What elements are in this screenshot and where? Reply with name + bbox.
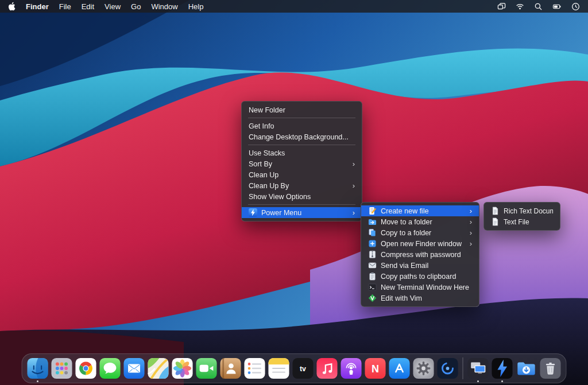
new-file-icon: [368, 207, 377, 215]
menu-item-show-view-options[interactable]: Show View Options: [242, 191, 362, 202]
dock: tvN: [22, 353, 567, 383]
dock-icon-launchpad[interactable]: [51, 357, 73, 379]
dock-icon-finder[interactable]: [27, 357, 49, 379]
menu-item-label: Copy paths to clipboard: [381, 273, 472, 281]
menu-item-open-new-finder-window[interactable]: Open new Finder window›: [361, 238, 479, 249]
dock-icon-mail[interactable]: [123, 357, 145, 379]
window-tile-icon[interactable]: [497, 2, 506, 11]
menu-item-clean-up-by[interactable]: Clean Up By›: [242, 180, 362, 191]
svg-text:N: N: [372, 363, 379, 375]
dock-icon-power-menu-app[interactable]: [492, 357, 513, 379]
apple-menu[interactable]: [8, 2, 16, 11]
chevron-right-icon: ›: [466, 218, 472, 225]
menu-item-copy-to-a-folder[interactable]: Copy to a folder›: [361, 227, 479, 238]
menu-separator: [248, 204, 355, 205]
menu-bar-items: FileEditViewGoWindowHelp: [59, 2, 204, 11]
menu-item-label: Get Info: [249, 122, 355, 130]
dock-icon-system-preferences[interactable]: [413, 357, 435, 379]
menu-item-change-desktop-background[interactable]: Change Desktop Background...: [242, 131, 362, 142]
create-new-file-submenu: Rich Text DocumentText File: [483, 202, 560, 231]
dock-icon-downloads-folder[interactable]: [516, 357, 537, 379]
menu-bar: Finder FileEditViewGoWindowHelp: [0, 0, 588, 13]
menu-item-move-to-a-folder[interactable]: Move to a folder›: [361, 216, 479, 227]
battery-icon[interactable]: [552, 2, 562, 11]
menu-bar-item-view[interactable]: View: [105, 2, 121, 11]
chevron-right-icon: ›: [349, 209, 355, 216]
menu-item-power-menu[interactable]: Power Menu›: [242, 207, 362, 218]
search-icon[interactable]: [534, 2, 543, 11]
text-doc-icon: [491, 217, 500, 226]
clock-icon[interactable]: [571, 2, 580, 11]
dock-icon-blue-swirl-app[interactable]: [437, 357, 459, 379]
menu-item-new-terminal-window-here[interactable]: New Terminal Window Here: [361, 282, 479, 293]
dock-icon-messages[interactable]: [99, 357, 121, 379]
send-email-icon: [368, 261, 377, 270]
menu-item-label: Rich Text Document: [504, 207, 553, 215]
dock-icon-trash[interactable]: [540, 357, 562, 379]
context-menu: New FolderGet InfoChange Desktop Backgro…: [241, 101, 362, 221]
dock-icon-chrome[interactable]: [75, 357, 97, 379]
dock-separator: [463, 357, 463, 379]
terminal-icon: [368, 283, 377, 291]
menu-item-label: Clean Up By: [249, 182, 345, 190]
menu-item-label: Move to a folder: [381, 218, 462, 226]
menu-bar-item-window[interactable]: Window: [151, 2, 177, 11]
dock-icon-photos[interactable]: [172, 357, 194, 379]
menu-item-use-stacks[interactable]: Use Stacks: [242, 147, 362, 158]
menu-bar-item-file[interactable]: File: [59, 2, 71, 11]
menu-bar-item-go[interactable]: Go: [131, 2, 141, 11]
menu-item-get-info[interactable]: Get Info: [242, 120, 362, 131]
menu-item-rich-text-document[interactable]: Rich Text Document: [484, 205, 560, 216]
menu-item-label: Open new Finder window: [381, 240, 462, 248]
dock-icon-podcasts[interactable]: [341, 357, 362, 379]
menu-bar-status-icons: [497, 2, 580, 11]
desktop[interactable]: Finder FileEditViewGoWindowHelp New Fold…: [0, 0, 588, 385]
dock-icon-music[interactable]: [316, 357, 338, 379]
running-indicator: [501, 380, 503, 382]
clipboard-icon: [368, 272, 377, 281]
dock-icon-app-store[interactable]: [389, 357, 411, 379]
menu-item-clean-up[interactable]: Clean Up: [242, 169, 362, 180]
apple-icon: [8, 2, 16, 11]
move-folder-icon: [368, 217, 377, 226]
menu-item-label: Create new file: [381, 207, 462, 215]
chevron-right-icon: ›: [349, 182, 355, 189]
menu-item-new-folder[interactable]: New Folder: [242, 104, 362, 115]
dock-icon-news[interactable]: N: [365, 357, 386, 379]
dock-icon-notes[interactable]: [268, 357, 290, 379]
dock-icon-contacts[interactable]: [220, 357, 242, 379]
chevron-right-icon: ›: [466, 207, 472, 215]
menu-item-label: Sort By: [249, 160, 345, 168]
menu-item-label: Edit with Vim: [381, 294, 472, 302]
dock-icon-displays[interactable]: [467, 357, 489, 379]
menu-bar-item-help[interactable]: Help: [188, 2, 204, 11]
chevron-right-icon: ›: [466, 240, 472, 247]
vim-icon: [368, 294, 377, 302]
menu-item-compress-with-password[interactable]: Compress with password: [361, 249, 479, 260]
chevron-right-icon: ›: [466, 229, 472, 236]
finder-window-icon: [368, 239, 377, 248]
menu-item-label: Show View Options: [249, 193, 355, 201]
menu-item-label: Text File: [504, 218, 553, 226]
wifi-icon[interactable]: [516, 2, 524, 11]
dock-icon-maps[interactable]: [148, 357, 169, 379]
menu-item-create-new-file[interactable]: Create new file›: [361, 205, 479, 216]
svg-text:tv: tv: [300, 365, 306, 373]
running-indicator: [477, 380, 479, 382]
menu-item-sort-by[interactable]: Sort By›: [242, 158, 362, 169]
menu-item-send-via-email[interactable]: Send via Email: [361, 260, 479, 271]
dock-icon-tv[interactable]: tv: [292, 357, 314, 379]
copy-folder-icon: [368, 228, 377, 237]
menu-item-copy-paths-to-clipboard[interactable]: Copy paths to clipboard: [361, 271, 479, 282]
dock-icon-facetime[interactable]: [196, 357, 218, 379]
menu-item-label: Clean Up: [249, 171, 355, 179]
menu-item-label: Compress with password: [381, 251, 472, 259]
menu-item-edit-with-vim[interactable]: Edit with Vim: [361, 293, 479, 304]
menu-bar-item-edit[interactable]: Edit: [82, 2, 94, 11]
menu-bar-app-name[interactable]: Finder: [26, 2, 49, 11]
menu-item-label: New Terminal Window Here: [381, 283, 472, 291]
menu-separator: [248, 145, 355, 145]
running-indicator: [37, 380, 38, 382]
dock-icon-reminders[interactable]: [244, 357, 266, 379]
menu-item-text-file[interactable]: Text File: [484, 216, 560, 227]
